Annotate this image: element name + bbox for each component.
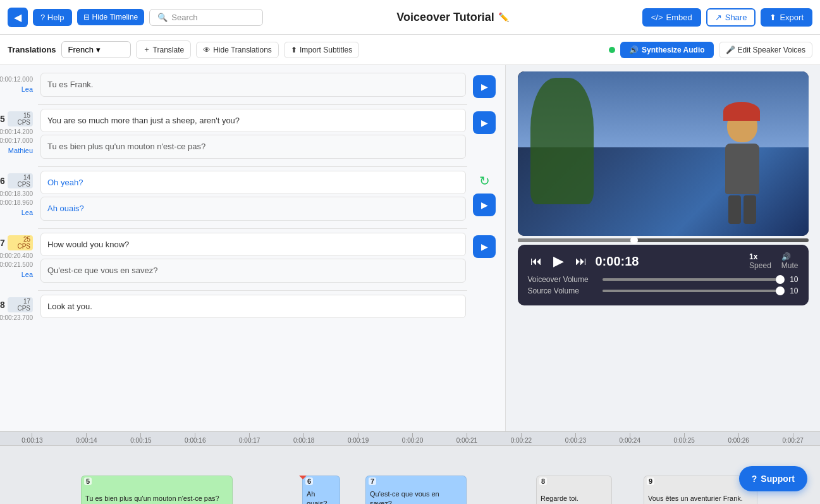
sub-play-col-4: ▶ [468,73,500,98]
voiceover-fill [603,278,781,281]
import-icon: ⬆ [291,46,297,54]
sub-original-8[interactable]: Look at you. [40,295,466,319]
sub-play-col-5: ▶ [468,109,500,134]
top-right-actions: </> Embed ↗ Share ⬆ Export [642,8,812,27]
controls-row: ⏮ ▶ ⏭ 0:00:18 1x Speed 🔊 Mute [528,252,799,270]
ruler-mark: 0:00:27 [766,433,820,444]
tl-num: 9 [647,477,654,485]
ruler-mark: 0:00:14 [59,433,114,444]
divider-4 [38,104,467,105]
mute-icon: 🔊 [781,252,791,261]
main-content: 0:00:12.000 Lea Tu es Frank. ▶ 5 15 CPS … [0,65,820,431]
subtitle-item-6: 6 14 CPS 0:00:18.3000:00:18.960 Lea Oh y… [0,168,505,226]
ruler-mark: 0:00:26 [711,433,766,444]
voiceover-label: Voiceover Volume [528,275,597,284]
source-slider[interactable] [603,290,781,292]
char-body [725,144,759,194]
video-scrubber[interactable] [518,238,809,242]
source-volume-row: Source Volume 10 [528,286,799,295]
voiceover-thumb [776,275,785,284]
tl-num: 5 [84,477,92,485]
mic-icon: 🎤 [726,46,735,54]
translate-button[interactable]: ＋ Translate [136,40,192,59]
back-button[interactable]: ◀ [8,8,28,27]
divider-6 [38,228,467,229]
rewind-button[interactable]: ⏮ [528,255,544,268]
share-icon: ↗ [715,13,722,22]
sub-cps-8: 17 CPS [8,297,33,312]
play-button-7[interactable]: ▶ [473,235,496,258]
sub-translation-5[interactable]: Tu es bien plus qu'un mouton n'est-ce pa… [40,135,466,159]
play-button-4[interactable]: ▶ [473,75,496,98]
ruler-mark: 0:00:20 [386,433,440,444]
play-button-5[interactable]: ▶ [473,111,496,134]
sub-original-5[interactable]: You are so much more than just a sheep, … [40,109,466,133]
sub-play-col-8 [468,295,500,297]
ruler-mark: 0:00:21 [440,433,494,444]
sub-time-8: 0:00:23.700 [0,314,33,323]
search-box[interactable]: 🔍 Search [149,9,263,26]
play-button-6[interactable]: ▶ [473,194,496,216]
sub-original-6[interactable]: Oh yeah? [40,171,466,195]
char-legs [714,195,771,224]
timeline-segment-8[interactable]: 8Regarde toi. [536,476,612,505]
ruler-mark: 0:00:15 [114,433,168,444]
edit-icon[interactable]: ✏️ [498,12,509,22]
language-select[interactable]: French ▾ [61,41,131,58]
help-button[interactable]: ? Help [33,9,72,26]
hide-timeline-button[interactable]: ⊟ Hide Timeline [77,9,145,25]
translations-label: Translations [8,45,56,54]
refresh-icon-6[interactable]: ↻ [477,173,492,188]
ruler-mark: 0:00:13 [5,433,59,444]
sub-num-5: 5 [0,114,5,124]
timeline-segment-7[interactable]: 7Qu'est-ce que vous en savez? [365,476,467,505]
sub-text-col-5: You are so much more than just a sheep, … [40,109,466,161]
subtitle-item-4: 0:00:12.000 Lea Tu es Frank. ▶ [0,70,505,102]
share-button[interactable]: ↗ Share [706,8,756,27]
character-figure [714,109,771,223]
search-icon: 🔍 [157,13,168,22]
char-leg-right [744,195,756,224]
sub-num-8: 8 [0,300,5,310]
video-placeholder [518,71,809,236]
sub-translation-6[interactable]: Ah ouais? [40,197,466,221]
timeline-ruler: 0:00:130:00:140:00:150:00:160:00:170:00:… [0,432,820,446]
sub-text-col-6: Oh yeah? Ah ouais? [40,171,466,223]
divider-5 [38,166,467,167]
tl-num: 7 [369,477,376,485]
embed-button[interactable]: </> Embed [642,8,701,27]
support-button[interactable]: ? Support [739,466,807,491]
player-controls: ⏮ ▶ ⏭ 0:00:18 1x Speed 🔊 Mute Voiceover … [518,245,809,305]
sub-speaker-4: Lea [21,85,33,93]
sub-play-col-7: ▶ [468,233,500,258]
sub-speaker-6: Lea [21,209,33,216]
export-button[interactable]: ⬆ Export [761,8,812,27]
sub-time-7: 0:00:20.4000:00:21.500 [0,252,33,269]
sub-translation-4[interactable]: Tu es Frank. [40,73,466,97]
sub-speaker-5: Mathieu [8,147,33,154]
ruler-mark: 0:00:17 [223,433,277,444]
scrubber-progress [518,238,634,242]
voiceover-slider[interactable] [603,278,781,281]
toolbar: Translations French ▾ ＋ Translate 👁 Hide… [0,35,820,65]
import-subtitles-button[interactable]: ⬆ Import Subtitles [284,42,359,58]
video-container [518,71,809,236]
source-fill [603,290,781,292]
ruler-mark: 0:00:25 [657,433,711,444]
synthesize-button[interactable]: 🔊 Synthesize Audio [620,42,714,58]
play-pause-button[interactable]: ▶ [551,253,566,269]
sub-original-7[interactable]: How would you know? [40,233,466,257]
timeline-segment-5[interactable]: 5Tu es bien plus qu'un mouton n'est-ce p… [81,476,233,505]
ruler-mark: 0:00:19 [331,433,386,444]
fast-forward-button[interactable]: ⏭ [573,255,589,268]
timeline-segment-6[interactable]: 6Ah ouais? [302,476,340,505]
sub-num-6: 6 [0,176,5,186]
edit-speaker-voices-button[interactable]: 🎤 Edit Speaker Voices [719,42,812,58]
mute-area[interactable]: 🔊 Mute [781,252,799,270]
sub-cps-7: 25 CPS [8,235,33,250]
top-bar: ◀ ? Help ⊟ Hide Timeline 🔍 Search Voiceo… [0,0,820,35]
subtitle-item-5: 5 15 CPS 0:00:14.2000:00:17.000 Mathieu … [0,106,505,164]
sub-time-6: 0:00:18.3000:00:18.960 [0,190,33,207]
hide-translations-button[interactable]: 👁 Hide Translations [196,42,279,58]
sub-translation-7[interactable]: Qu'est-ce que vous en savez? [40,259,466,283]
